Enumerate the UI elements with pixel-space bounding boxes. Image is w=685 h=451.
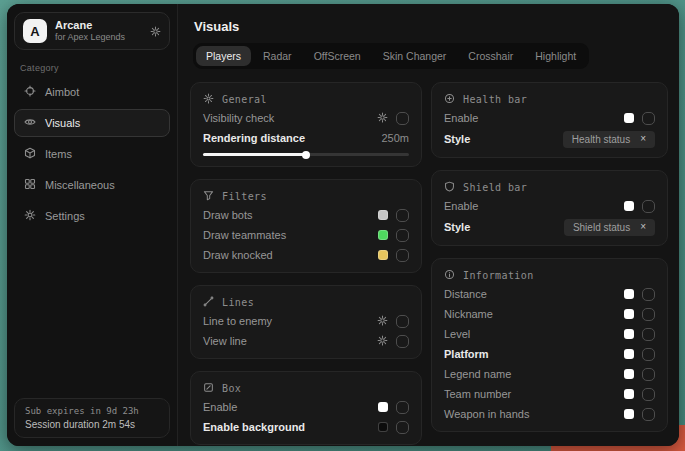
sidebar-item-miscellaneous[interactable]: Miscellaneous: [14, 171, 170, 199]
line-to-enemy-row: Line to enemy: [203, 311, 409, 331]
close-icon[interactable]: ×: [640, 222, 646, 232]
gear-icon[interactable]: [377, 335, 388, 348]
sidebar-item-label: Settings: [45, 210, 85, 222]
tab-highlight[interactable]: Highlight: [525, 46, 586, 66]
general-card: General Visibility check Rendering dista…: [190, 82, 422, 167]
shield-style-row: Style Shield status ×: [444, 216, 655, 238]
color-swatch[interactable]: [624, 329, 634, 339]
sidebar-item-label: Items: [45, 148, 72, 160]
sidebar-item-visuals[interactable]: Visuals: [14, 109, 170, 137]
row-label: Platform: [444, 348, 489, 360]
color-swatch[interactable]: [378, 422, 388, 432]
team-number-row: Team number: [444, 384, 655, 404]
nickname-checkbox[interactable]: [642, 308, 655, 321]
color-swatch[interactable]: [624, 309, 634, 319]
color-swatch[interactable]: [624, 113, 634, 123]
team-number-checkbox[interactable]: [642, 388, 655, 401]
crosshair-icon: [24, 85, 36, 99]
health-enable-checkbox[interactable]: [642, 112, 655, 125]
card-title: Information: [463, 270, 534, 281]
page-title: Visuals: [194, 19, 679, 34]
box-enable-checkbox[interactable]: [396, 401, 409, 414]
tab-players[interactable]: Players: [196, 46, 251, 66]
health-style-select[interactable]: Health status ×: [563, 131, 655, 148]
row-label: Enable background: [203, 421, 305, 433]
sidebar: A Arcane for Apex Legends Category Aimbo…: [7, 4, 178, 446]
tab-skin-changer[interactable]: Skin Changer: [373, 46, 457, 66]
draw-bots-checkbox[interactable]: [396, 209, 409, 222]
gear-icon[interactable]: [150, 26, 161, 37]
distance-checkbox[interactable]: [642, 288, 655, 301]
row-label: Draw bots: [203, 209, 253, 221]
health-bar-card-header: Health bar: [444, 90, 655, 108]
rendering-distance-row: Rendering distance 250m: [203, 128, 409, 148]
view-line-checkbox[interactable]: [396, 335, 409, 348]
color-swatch[interactable]: [378, 402, 388, 412]
brand-text: Arcane for Apex Legends: [55, 19, 125, 43]
subscription-card: Sub expires in 9d 23h Session duration 2…: [14, 398, 170, 438]
card-title: Health bar: [463, 94, 527, 105]
row-label: Draw knocked: [203, 249, 273, 261]
brand-card: A Arcane for Apex Legends: [14, 12, 170, 50]
info-icon: [444, 269, 455, 282]
visibility-check-checkbox[interactable]: [396, 112, 409, 125]
draw-teammates-checkbox[interactable]: [396, 229, 409, 242]
box-enable-background-checkbox[interactable]: [396, 421, 409, 434]
draw-knocked-row: Draw knocked: [203, 245, 409, 265]
sidebar-item-aimbot[interactable]: Aimbot: [14, 78, 170, 106]
shield-enable-checkbox[interactable]: [642, 200, 655, 213]
rendering-distance-slider[interactable]: [203, 153, 409, 156]
row-label: Level: [444, 328, 470, 340]
box-icon: [203, 382, 214, 395]
weapon-in-hands-checkbox[interactable]: [642, 408, 655, 421]
tab-crosshair[interactable]: Crosshair: [458, 46, 523, 66]
draw-knocked-checkbox[interactable]: [396, 249, 409, 262]
row-label: Visibility check: [203, 112, 274, 124]
card-title: General: [222, 94, 267, 105]
sidebar-item-label: Aimbot: [45, 86, 79, 98]
sidebar-item-settings[interactable]: Settings: [14, 202, 170, 230]
lines-card: Lines Line to enemy View line: [190, 285, 422, 359]
level-checkbox[interactable]: [642, 328, 655, 341]
color-swatch[interactable]: [624, 289, 634, 299]
row-label: Distance: [444, 288, 487, 300]
slider-thumb[interactable]: [302, 151, 310, 159]
color-swatch[interactable]: [378, 210, 388, 220]
row-label: Rendering distance: [203, 132, 305, 144]
color-swatch[interactable]: [378, 230, 388, 240]
filters-card: Filters Draw bots Draw teammates: [190, 179, 422, 273]
session-duration-text: Session duration 2m 54s: [25, 419, 159, 430]
desktop-background: A Arcane for Apex Legends Category Aimbo…: [0, 0, 685, 451]
brand-subtitle: for Apex Legends: [55, 32, 125, 43]
box-card-header: Box: [203, 379, 409, 397]
level-row: Level: [444, 324, 655, 344]
card-title: Filters: [222, 191, 267, 202]
color-swatch[interactable]: [624, 349, 634, 359]
app-logo: A: [23, 19, 47, 43]
line-icon: [203, 296, 214, 309]
rendering-distance-value: 250m: [381, 132, 409, 144]
legend-name-checkbox[interactable]: [642, 368, 655, 381]
gear-icon[interactable]: [377, 112, 388, 125]
card-title: Lines: [222, 297, 254, 308]
color-swatch[interactable]: [624, 409, 634, 419]
close-icon[interactable]: ×: [640, 134, 646, 144]
gear-icon[interactable]: [377, 315, 388, 328]
health-bar-card: Health bar Enable Style H: [431, 82, 668, 158]
tab-offscreen[interactable]: OffScreen: [304, 46, 371, 66]
color-swatch[interactable]: [378, 250, 388, 260]
platform-checkbox[interactable]: [642, 348, 655, 361]
cube-icon: [24, 147, 36, 161]
line-to-enemy-checkbox[interactable]: [396, 315, 409, 328]
color-swatch[interactable]: [624, 369, 634, 379]
sidebar-item-items[interactable]: Items: [14, 140, 170, 168]
tab-radar[interactable]: Radar: [253, 46, 302, 66]
left-column: General Visibility check Rendering dista…: [190, 82, 422, 446]
row-label: Style: [444, 133, 470, 145]
row-label: Nickname: [444, 308, 493, 320]
color-swatch[interactable]: [624, 389, 634, 399]
color-swatch[interactable]: [624, 201, 634, 211]
shield-style-select[interactable]: Shield status ×: [564, 219, 655, 236]
filters-card-header: Filters: [203, 187, 409, 205]
row-label: Draw teammates: [203, 229, 286, 241]
